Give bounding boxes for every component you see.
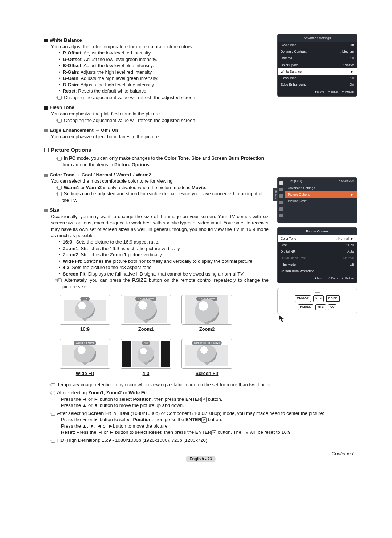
footer-enter: ↵ Enter xyxy=(328,277,338,281)
wb-item: G-Offset: Adjust the low level green int… xyxy=(59,56,269,63)
picture-options-menu: Picture Options Color Tone: Normal ► Siz… xyxy=(277,227,357,283)
square-bullet-icon xyxy=(44,209,48,212)
remote-control-diagram: MEDIA.P SRS P.SIZE P.MODE MTS CC xyxy=(277,288,357,314)
remote-note-icon: ⌨ xyxy=(57,278,62,282)
white-balance-title: White Balance xyxy=(50,37,82,43)
note-icon: ✎ xyxy=(57,157,62,161)
note-icon: ✎ xyxy=(57,96,62,100)
menu-title: Picture Options xyxy=(278,228,357,235)
bottom-note: ✎ After selecting Screen Fit in HDMI (10… xyxy=(51,410,357,436)
size-para: Occasionally, you may want to change the… xyxy=(51,213,269,239)
menu-icon xyxy=(279,201,283,204)
picture-mode-icon xyxy=(279,181,283,185)
note-icon: ✎ xyxy=(51,412,55,416)
size-item: Wide Fit: Stretches the picture both hor… xyxy=(59,258,269,265)
size-title: Size xyxy=(50,207,59,213)
remote-button[interactable]: P.MODE xyxy=(298,304,314,310)
flesh-tone-note: ✎ Changing the adjustment value will ref… xyxy=(57,117,269,124)
remote-psize-button[interactable]: P.SIZE xyxy=(326,295,340,302)
footer-move: ♦ Move xyxy=(315,277,324,281)
size-item: Screen Fit: Displays the full native HD … xyxy=(59,271,269,277)
note-icon: ✎ xyxy=(51,383,55,387)
wb-item: B-Offset: Adjust the low level blue inte… xyxy=(59,62,269,69)
color-tone-desc: You can select the most comfortable colo… xyxy=(51,178,269,184)
flesh-tone-title: Flesh Tone xyxy=(50,105,74,110)
diagram-label: Zoom1 xyxy=(119,326,173,333)
wb-item: R-Offset: Adjust the low level red inten… xyxy=(59,50,269,56)
menu-icon xyxy=(279,214,283,217)
note-icon: ✎ xyxy=(51,439,55,443)
size-item: 4:3: Sets the picture to the 4:3 aspect … xyxy=(59,264,269,271)
wb-note: ✎ Changing the adjustment value will ref… xyxy=(57,94,269,101)
white-balance-desc: You can adjust the color temperature for… xyxy=(51,44,269,50)
size-item: 16:9 : Sets the picture to the 16:9 aspe… xyxy=(59,239,269,245)
diagram-label: Wide Fit xyxy=(58,370,112,377)
menu-selected-row[interactable]: White Balance► xyxy=(278,68,357,75)
diagram-label: Zoom2 xyxy=(180,326,234,333)
footer-enter: ↵ Enter xyxy=(328,90,338,94)
bottom-note: ✎ Temporary image retention may occur wh… xyxy=(51,382,357,388)
color-tone-title: Color Tone → Cool / Normal / Warm1 / War… xyxy=(50,172,151,178)
pointer-hand-icon xyxy=(277,314,287,324)
square-bullet-icon xyxy=(44,129,48,132)
menu-icon-column xyxy=(278,178,285,223)
section-bullet-icon xyxy=(44,148,49,152)
chevron-right-icon: ► xyxy=(351,237,354,240)
footer-move: ♦ Move xyxy=(315,90,324,94)
edge-title: Edge Enhancement → Off / On xyxy=(50,127,118,133)
remote-button[interactable]: MEDIA.P xyxy=(295,295,311,302)
psize-note: ⌨ Alternately, you can press the P.SIZE … xyxy=(57,277,269,290)
menu-icon xyxy=(279,194,283,198)
chevron-right-icon: ► xyxy=(351,69,354,74)
note-icon: ✎ xyxy=(51,391,55,395)
po-note: ✎ In PC mode, you can only make changes … xyxy=(57,155,269,168)
size-diagram-grid: 16:916:9 Zoom1 ♦ MoveZoom1 Zoom2 ♦ MoveZ… xyxy=(52,295,240,376)
size-item: Zoom2: Stretches the Zoom 1 picture vert… xyxy=(59,252,269,258)
flesh-tone-desc: You can emphasize the pink flesh tone in… xyxy=(51,111,269,117)
wb-item: Reset: Resets the default white balance. xyxy=(59,88,269,94)
size-item: Zoom1: Stretches the 16:9 aspect ratio p… xyxy=(59,245,269,252)
edge-desc: You can emphasize object boundaries in t… xyxy=(51,134,269,140)
enter-icon: ↵ xyxy=(201,417,207,423)
wb-item: G-Gain: Adjusts the high level green int… xyxy=(59,75,269,82)
bottom-note: ✎ After selecting Zoom1, Zoom2 or Wide F… xyxy=(51,390,357,409)
wb-item: B-Gain: Adjusts the high level blue inte… xyxy=(59,82,269,88)
enter-icon: ↵ xyxy=(201,397,207,402)
menu-icon xyxy=(279,207,283,211)
picture-menu: Picture Tint (G/R): G50/R50 Advanced Set… xyxy=(277,177,357,223)
remote-button[interactable]: MTS xyxy=(315,304,326,310)
square-bullet-icon xyxy=(44,106,48,110)
remote-button[interactable]: CC xyxy=(328,304,337,310)
footer-return: ↩ Return xyxy=(342,277,354,281)
menu-highlighted-row[interactable]: Picture Options► xyxy=(285,191,357,198)
remote-led-icon xyxy=(315,292,320,293)
chevron-right-icon: ► xyxy=(351,192,354,197)
square-bullet-icon xyxy=(44,39,48,42)
picture-side-tab: Picture xyxy=(273,188,278,201)
menu-icon xyxy=(279,188,283,191)
menu-selected-row[interactable]: Color Tone: Normal ► xyxy=(278,235,357,242)
picture-options-title: Picture Options xyxy=(51,147,91,153)
page-footer: English - 23 xyxy=(186,456,216,462)
color-tone-note1: ✎ Warm1 or Warm2 is only activated when … xyxy=(57,184,269,191)
diagram-tag: 4:3 xyxy=(142,341,150,345)
diagram-label: Screen Fit xyxy=(180,370,234,377)
remote-button[interactable]: SRS xyxy=(313,295,323,302)
note-icon: ✎ xyxy=(57,119,62,123)
note-icon: ✎ xyxy=(57,192,62,196)
advanced-settings-menu: Advanced Settings Black Tone: Off Dynami… xyxy=(277,34,357,97)
footer-return: ↩ Return xyxy=(342,90,354,94)
square-bullet-icon xyxy=(44,174,48,177)
diagram-label: 16:9 xyxy=(58,326,112,333)
bottom-note: ✎ HD (High Definition): 16:9 - 1080i/108… xyxy=(51,437,357,444)
diagram-label: 4:3 xyxy=(119,370,173,377)
color-tone-note2: ✎ Settings can be adjusted and stored fo… xyxy=(57,191,269,203)
enter-icon: ↵ xyxy=(211,430,216,435)
menu-title: Advanced Settings xyxy=(278,34,357,42)
note-icon: ✎ xyxy=(57,186,62,190)
wb-item: R-Gain: Adjusts the high level red inten… xyxy=(59,69,269,76)
